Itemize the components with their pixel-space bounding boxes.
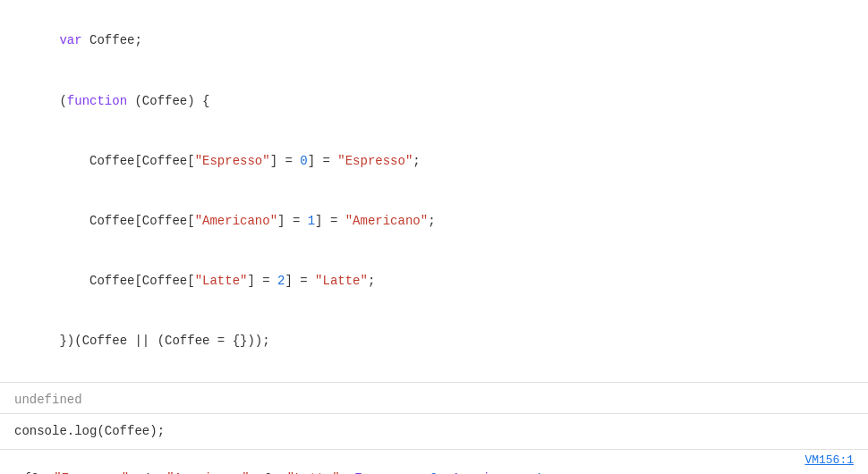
result-header: VM156:1 — [14, 453, 854, 467]
vm-link[interactable]: VM156:1 — [804, 453, 854, 467]
object-summary-row[interactable]: ▼ {0: "Espresso", 1: "Americano", 2: "La… — [14, 469, 854, 474]
code-line-2: (function (Coffee) { — [14, 71, 854, 131]
expand-triangle[interactable]: ▼ — [14, 470, 21, 474]
code-line-4: Coffee[Coffee["Americano"] = 1] = "Ameri… — [14, 191, 854, 251]
keyword-function: function — [67, 94, 127, 108]
input-line: console.log(Coffee); — [14, 421, 854, 441]
code-line-5: Coffee[Coffee["Latte"] = 2] = "Latte"; — [14, 251, 854, 311]
code-section: var Coffee; (function (Coffee) { Coffee[… — [0, 0, 868, 383]
object-summary-text: {0: "Espresso", 1: "Americano", 2: "Latt… — [24, 469, 550, 474]
code-line-1: var Coffee; — [14, 11, 854, 71]
console-container: var Coffee; (function (Coffee) { Coffee[… — [0, 0, 868, 474]
output-section: undefined — [0, 383, 868, 414]
result-section: VM156:1 ▼ {0: "Espresso", 1: "Americano"… — [0, 450, 868, 474]
code-line-3: Coffee[Coffee["Espresso"] = 0] = "Espres… — [14, 131, 854, 190]
output-undefined: undefined — [14, 390, 854, 410]
code-line-6: })(Coffee || (Coffee = {})); — [14, 311, 854, 371]
keyword-var: var — [59, 33, 81, 47]
input-section: console.log(Coffee); — [0, 414, 868, 449]
